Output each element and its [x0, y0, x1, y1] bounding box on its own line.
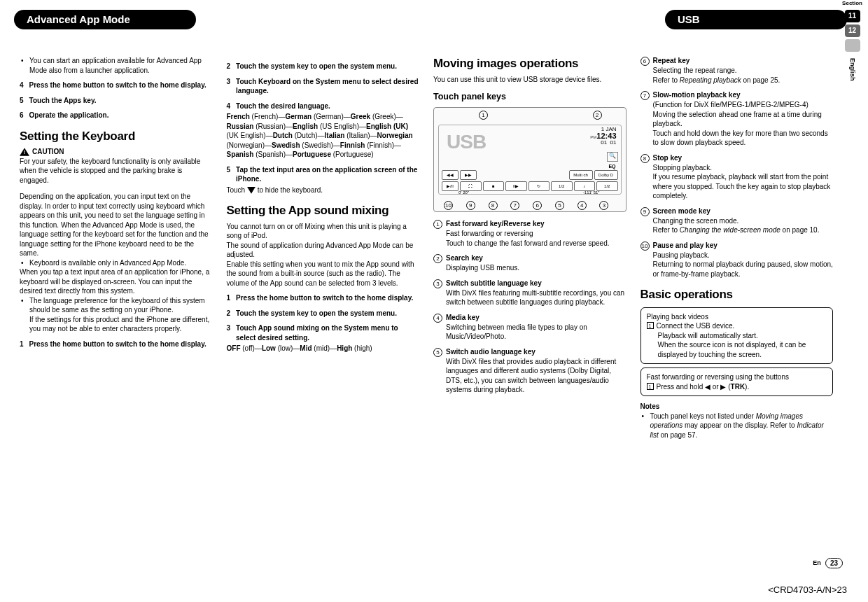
touchpanel-figure: 1 2 USB 1 JAN PM12:43 01 01 🔍 EQ ★ ◀◀ ▶▶	[433, 107, 626, 212]
page-columns: You can start an application available f…	[20, 56, 833, 440]
box-ff-rev: Fast forwarding or reversing using the b…	[640, 368, 834, 396]
tp-clock: 1 JAN PM12:43 01 01	[590, 127, 616, 146]
fastforward-icon: ▶▶	[460, 170, 477, 180]
key4: 4Media key Switching between media file …	[433, 313, 626, 342]
callout-4: 4	[578, 201, 587, 210]
c1-lang-bullet2: If the settings for this product and the…	[29, 315, 213, 334]
tp-screen: USB 1 JAN PM12:43 01 01 🔍 EQ ★ ◀◀ ▶▶ Mul…	[438, 125, 622, 195]
c3-heading-touchpanel: Touch panel keys	[433, 91, 626, 103]
c1-lang-bullet: The language preference for the keyboard…	[29, 296, 213, 315]
c2-m3b: OFF (off)—Low (low)—Mid (mid)—High (high…	[227, 344, 420, 354]
column-3: Moving images operations You can use thi…	[433, 56, 626, 440]
slowmotion-icon: II▶	[505, 181, 527, 191]
tab-left-label: Advanced App Mode	[14, 10, 196, 29]
multich-label: Multi ch	[569, 170, 593, 180]
box-playing-videos: Playing back videos 1Connect the USB dev…	[640, 307, 834, 365]
c2-mix3: Enable this setting when you want to mix…	[227, 260, 420, 288]
section-language: English	[848, 58, 856, 81]
c1-para1: Depending on the application, you can in…	[20, 192, 213, 258]
svg-text:!: !	[24, 150, 25, 155]
dolby-label: Dolby D	[594, 170, 618, 180]
c1-kb-bullet: Keyboard is available only in Advanced A…	[29, 258, 213, 268]
notes-heading: Notes	[640, 402, 834, 412]
c1-step5: 5Touch the Apps key.	[20, 96, 213, 106]
caution-row: ! CAUTION	[20, 147, 213, 157]
key7: 7Slow-motion playback key (Function for …	[640, 90, 834, 148]
c3-intro: You can use this unit to view USB storag…	[433, 75, 626, 85]
c2-step2: 2Touch the system key to open the system…	[227, 62, 420, 71]
search-icon: 🔍	[607, 152, 618, 162]
c2-m3: 3Touch App sound mixing on the System me…	[227, 323, 420, 342]
subtitle-icon: 1/2	[596, 181, 618, 191]
time-right: -111' 51"	[583, 190, 600, 195]
callout-3: 3	[599, 201, 608, 210]
tp-callouts-top: 1 2	[437, 111, 623, 120]
key1: 1Fast forward key/Reverse key Fast forwa…	[433, 219, 626, 248]
audio-lang-icon: 1/2	[551, 181, 573, 191]
tp-btn-row-top: ◀◀ ▶▶ Multi ch Dolby D	[442, 170, 618, 180]
callout-5: 5	[555, 201, 564, 210]
header-tabs: Advanced App Mode USB	[14, 10, 847, 29]
c1-step4: 4Press the home button to switch to the …	[20, 80, 213, 90]
tab-left: Advanced App Mode	[14, 10, 196, 29]
column-2: 2Touch the system key to open the system…	[227, 56, 420, 440]
c4-heading-basic: Basic operations	[640, 287, 834, 303]
c1-step6: 6Operate the application.	[20, 111, 213, 120]
key6: 6Repeat key Selecting the repeat range. …	[640, 56, 834, 85]
column-4: 6Repeat key Selecting the repeat range. …	[640, 56, 834, 440]
callout-1: 1	[479, 111, 488, 120]
c1-bullet1: You can start an application available f…	[29, 56, 213, 75]
callout-10: 10	[444, 201, 453, 210]
stop-icon: ■	[483, 181, 505, 191]
column-1: You can start an application available f…	[20, 56, 213, 440]
key2: 2Search key Displaying USB menus.	[433, 253, 626, 273]
c1-heading-keyboard: Setting the Keyboard	[20, 129, 213, 145]
doc-code: <CRD4703-A/N>23	[768, 584, 847, 596]
callout-8: 8	[489, 201, 498, 210]
box2-title: Fast forwarding or reversing using the b…	[647, 372, 827, 382]
key5: 5Switch audio language key With DivX fil…	[433, 347, 626, 395]
note1: Touch panel keys not listed under Moving…	[650, 412, 834, 440]
eq-icon: EQ	[607, 163, 618, 169]
tp-callouts-bottom: 10 9 8 7 6 5 4 3	[437, 201, 623, 210]
footer-page: En 23	[813, 558, 843, 569]
c2-m2: 2Touch the system key to open the system…	[227, 309, 420, 318]
c2-step3: 3Touch Keyboard on the System menu to se…	[227, 77, 420, 96]
callout-6: 6	[533, 201, 542, 210]
c2-step5b: Touch to hide the keyboard.	[227, 186, 420, 195]
callout-9: 9	[466, 201, 475, 210]
callout-7: 7	[510, 201, 519, 210]
c2-mix2: The sound of application during Advanced…	[227, 241, 420, 260]
c3-heading-moving: Moving images operations	[433, 56, 626, 72]
key9: 9Screen mode key Changing the screen mod…	[640, 206, 834, 235]
c2-step5: 5Tap the text input area on the applicat…	[227, 165, 420, 184]
box2-num: 1	[647, 383, 654, 390]
section-label: Section	[842, 0, 862, 8]
repeat-icon: ↻	[528, 181, 550, 191]
c2-step4: 4Touch the desired language.	[227, 102, 420, 111]
tab-right: USB	[665, 10, 847, 29]
rewind-icon: ◀◀	[442, 170, 458, 180]
callout-2: 2	[593, 111, 602, 120]
caution-body: For your safety, the keyboard functional…	[20, 157, 213, 186]
key3: 3Switch subtitle language key With DivX …	[433, 279, 626, 307]
play-pause-icon: ▶/II	[442, 181, 458, 191]
key8: 8Stop key Stopping playback. If you resu…	[640, 153, 834, 201]
c2-heading-mixing: Setting the App sound mixing	[227, 203, 420, 219]
caution-label: CAUTION	[32, 147, 64, 157]
c2-mix1: You cannot turn on or off Mixing when th…	[227, 222, 420, 241]
c1-para2: When you tap a text input area of an app…	[20, 267, 213, 296]
section-gray-badge	[845, 39, 860, 52]
c1-step1: 1Press the home button to switch to the …	[20, 340, 213, 349]
c2-m1: 1Press the home button to switch to the …	[227, 293, 420, 303]
warning-icon: !	[20, 148, 29, 156]
box1-num: 1	[647, 322, 654, 329]
key10: 10Pause and play key Pausing playback. R…	[640, 241, 834, 279]
c2-langs: French (French)—German (German)—Greek (G…	[227, 112, 420, 160]
tab-right-label: USB	[665, 10, 847, 29]
footer-pagenum: 23	[825, 558, 843, 569]
box1-title: Playing back videos	[647, 312, 827, 322]
hide-keyboard-icon	[247, 187, 255, 194]
footer-lang: En	[813, 559, 821, 567]
time-left: 0' 20"	[458, 190, 469, 195]
